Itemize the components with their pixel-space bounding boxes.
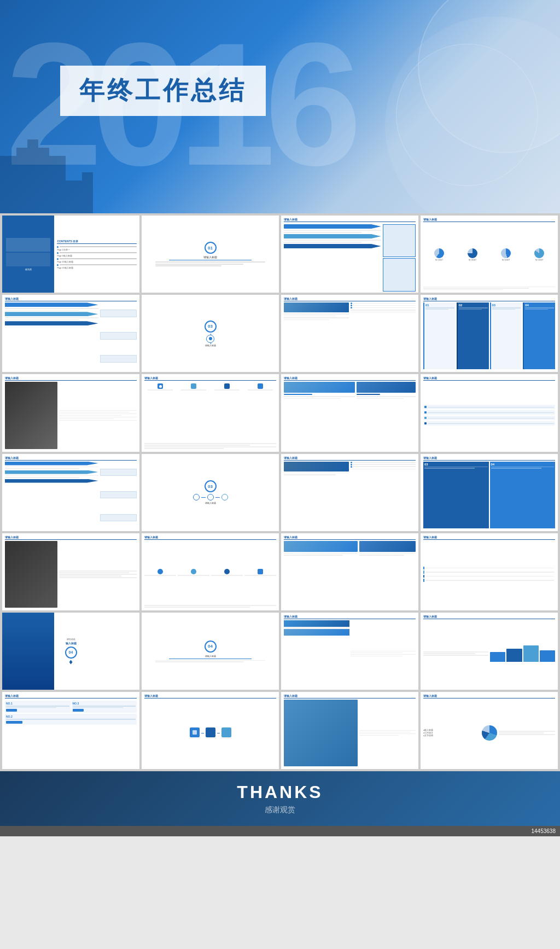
- slide-thumb-13[interactable]: 请输入标题: [2, 454, 139, 531]
- slide-thumb-7[interactable]: 请输入标题: [281, 295, 418, 372]
- footer-subtitle: 感谢观赏: [265, 805, 295, 815]
- slide-thumb-21[interactable]: 请在此处 输入标题 04: [2, 613, 139, 690]
- slide-thumb-15[interactable]: 请输入标题: [281, 454, 418, 531]
- slide-thumb-28[interactable]: 请输入标题 ●输入标题 ●工作设计 ●文字说明: [421, 692, 558, 769]
- thumbnail-grid: 建筑图 CONTENTS 目录 Page 1 目录一 Page 9 输入标题 P…: [0, 213, 560, 771]
- footer-slide: THANKS 感谢观赏: [0, 771, 560, 826]
- slide-thumb-16[interactable]: 请输入标题 03 04: [421, 454, 558, 531]
- slide-thumb-9[interactable]: 请输入标题: [2, 374, 139, 451]
- slide-thumb-5[interactable]: 请输入标题: [2, 295, 139, 372]
- slide-thumb-12[interactable]: 请输入标题: [421, 374, 558, 451]
- slide-thumb-8[interactable]: 请输入标题 01 02 03 04: [421, 295, 558, 372]
- slide-thumb-19[interactable]: 请输入标题: [281, 533, 418, 610]
- slide-thumb-4[interactable]: 请输入标题 输入标题1 输入标题2 输入标题3 输入标题4: [421, 216, 558, 293]
- slide-thumb-3[interactable]: 请输入标题: [281, 216, 418, 293]
- slide-thumb-22[interactable]: 04 请输入标题: [142, 613, 279, 690]
- slide-thumb-23[interactable]: 请输入标题: [281, 613, 418, 690]
- slide-thumb-27[interactable]: 请输入标题: [281, 692, 418, 769]
- slide-thumb-1[interactable]: 建筑图 CONTENTS 目录 Page 1 目录一 Page 9 输入标题 P…: [2, 216, 139, 293]
- slide-thumb-25[interactable]: 请输入标题 NO.1 NO.3 NO.2: [2, 692, 139, 769]
- slide-thumb-18[interactable]: 请输入标题: [142, 533, 279, 610]
- slide-thumb-2[interactable]: 01 请输入标题: [142, 216, 279, 293]
- slide-thumb-26[interactable]: 请输入标题: [142, 692, 279, 769]
- footer-thanks: THANKS: [237, 782, 323, 802]
- slide-thumb-6[interactable]: 03 请输入标题: [142, 295, 279, 372]
- cover-slide: 2016 年终工作总结: [0, 0, 560, 213]
- slide-thumb-10[interactable]: 请输入标题: [142, 374, 279, 451]
- id-tag: 14453638: [0, 826, 560, 836]
- cover-title-box: 年终工作总结: [60, 66, 266, 116]
- slide-thumb-20[interactable]: 请输入标题: [421, 533, 558, 610]
- id-number: 14453638: [532, 828, 556, 834]
- slide-thumb-11[interactable]: 请输入标题: [281, 374, 418, 451]
- slide-thumb-24[interactable]: 请输入标题: [421, 613, 558, 690]
- slide-thumb-14[interactable]: 03 请输入标题: [142, 454, 279, 531]
- slide-thumb-17[interactable]: 请输入标题: [2, 533, 139, 610]
